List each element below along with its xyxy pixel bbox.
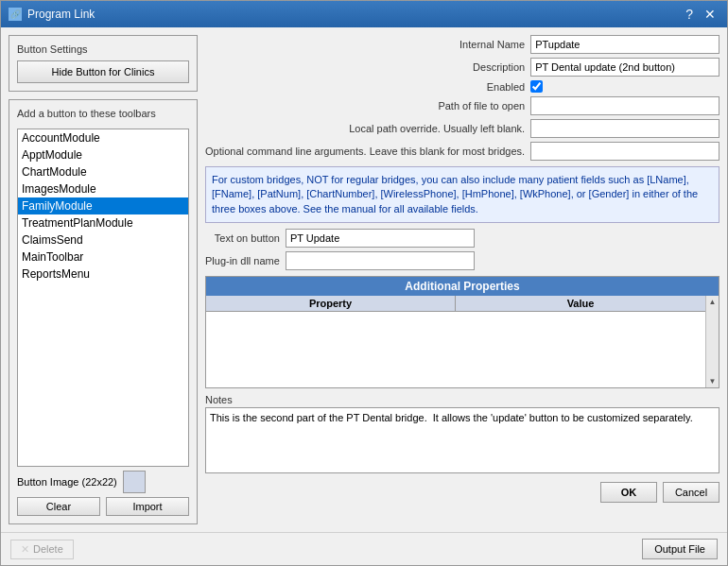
enabled-row — [530, 80, 719, 93]
toolbar-list-item[interactable]: ApptModule — [18, 146, 188, 163]
props-scrollbar[interactable]: ▲ ▼ — [705, 296, 719, 387]
toolbar-list-item[interactable]: ReportsMenu — [18, 266, 188, 283]
window-icon: 🔗 — [9, 8, 22, 21]
main-content: Button Settings Hide Button for Clinics … — [1, 27, 727, 532]
toolbar-list-item[interactable]: ImagesModule — [18, 180, 188, 197]
scroll-up-arrow[interactable]: ▲ — [709, 298, 717, 306]
notes-textarea[interactable] — [205, 407, 719, 473]
internal-name-input[interactable] — [530, 35, 719, 54]
props-body — [206, 312, 705, 387]
ok-cancel-row: OK Cancel — [205, 482, 719, 503]
import-button[interactable]: Import — [106, 497, 189, 516]
scroll-down-arrow[interactable]: ▼ — [709, 377, 717, 386]
form-grid: Internal Name Description Enabled Path o… — [205, 35, 719, 161]
cmd-args-label: Optional command line arguments. Leave t… — [205, 146, 525, 157]
property-col-header: Property — [206, 296, 456, 311]
toolbar-group-label: Add a button to these toolbars — [17, 108, 189, 119]
plugin-dll-input[interactable] — [286, 251, 475, 270]
hide-button-clinics[interactable]: Hide Button for Clinics — [17, 60, 189, 83]
image-box — [123, 471, 146, 493]
clear-button[interactable]: Clear — [17, 497, 100, 516]
info-text: For custom bridges, NOT for regular brid… — [205, 166, 719, 223]
toolbar-group: Add a button to these toolbars AccountMo… — [9, 99, 198, 524]
toolbar-list-item[interactable]: ClaimsSend — [18, 232, 188, 249]
toolbar-list-item[interactable]: AccountModule — [18, 129, 188, 146]
cmd-args-input[interactable] — [530, 142, 719, 161]
window-title: Program Link — [27, 8, 95, 21]
path-label: Path of file to open — [205, 100, 525, 111]
footer: ✕ Delete Output File — [1, 532, 727, 565]
button-settings-group: Button Settings Hide Button for Clinics — [9, 35, 198, 92]
image-row: Button Image (22x22) — [17, 471, 189, 493]
cancel-button[interactable]: Cancel — [663, 482, 719, 503]
delete-x-icon: ✕ — [21, 543, 29, 556]
path-input[interactable] — [530, 96, 719, 115]
delete-label: Delete — [33, 543, 63, 555]
value-col-header: Value — [456, 296, 705, 311]
delete-button[interactable]: ✕ Delete — [10, 540, 74, 559]
local-path-label: Local path override. Usually left blank. — [205, 123, 525, 134]
enabled-label: Enabled — [205, 81, 525, 93]
btn-row: Clear Import — [17, 497, 189, 516]
help-button[interactable]: ? — [682, 8, 697, 21]
close-button[interactable]: ✕ — [701, 8, 719, 21]
enabled-checkbox[interactable] — [530, 80, 543, 93]
image-label: Button Image (22x22) — [17, 476, 117, 488]
title-bar: 🔗 Program Link ? ✕ — [1, 1, 727, 27]
text-on-button-label: Text on button — [205, 232, 280, 244]
props-columns: Property Value — [206, 296, 705, 312]
right-panel: Internal Name Description Enabled Path o… — [205, 35, 719, 524]
internal-name-label: Internal Name — [205, 39, 525, 50]
toolbar-list-item[interactable]: FamilyModule — [18, 197, 188, 214]
toolbar-list-item[interactable]: TreatmentPlanModule — [18, 214, 188, 232]
notes-label: Notes — [205, 394, 719, 405]
text-on-button-input[interactable] — [286, 229, 475, 248]
plugin-dll-label: Plug-in dll name — [205, 255, 280, 266]
toolbar-list[interactable]: AccountModuleApptModuleChartModuleImages… — [17, 129, 189, 467]
toolbar-list-item[interactable]: ChartModule — [18, 163, 188, 180]
notes-section: Notes — [205, 394, 719, 476]
form-grid-2: Text on button Plug-in dll name — [205, 229, 719, 270]
program-link-window: 🔗 Program Link ? ✕ Button Settings Hide … — [0, 0, 728, 566]
title-bar-left: 🔗 Program Link — [9, 8, 95, 21]
additional-props-header: Additional Properties — [206, 277, 719, 296]
title-bar-controls: ? ✕ — [682, 8, 719, 21]
toolbar-list-item[interactable]: MainToolbar — [18, 249, 188, 266]
description-label: Description — [205, 61, 525, 73]
left-panel: Button Settings Hide Button for Clinics … — [9, 35, 198, 524]
description-input[interactable] — [530, 58, 719, 77]
local-path-input[interactable] — [530, 119, 719, 138]
additional-properties: Additional Properties Property Value ▲ ▼ — [205, 276, 719, 388]
output-file-button[interactable]: Output File — [642, 539, 718, 559]
ok-button[interactable]: OK — [600, 482, 657, 503]
button-settings-label: Button Settings — [17, 43, 189, 55]
